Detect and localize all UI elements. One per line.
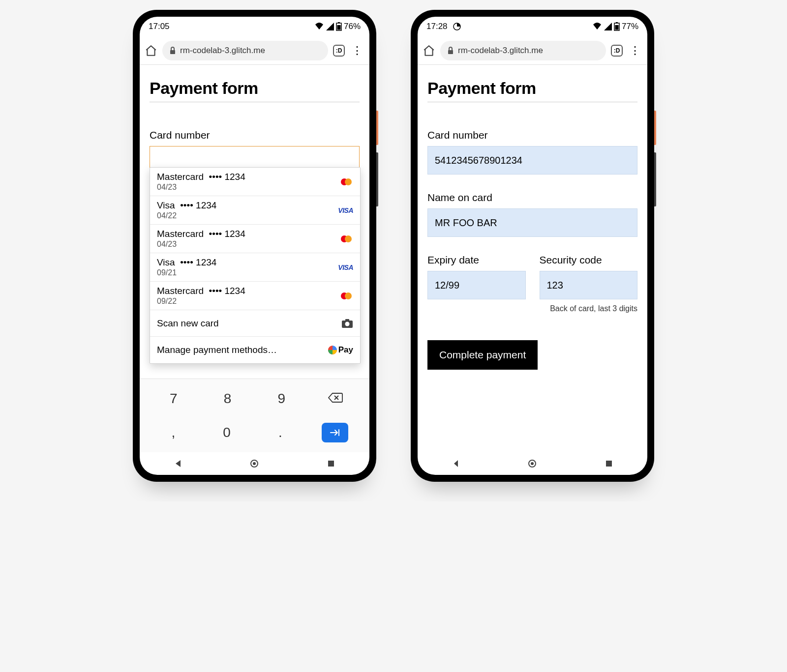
android-navbar bbox=[418, 452, 647, 475]
android-navbar bbox=[140, 452, 369, 475]
svg-point-5 bbox=[345, 178, 352, 185]
svg-point-9 bbox=[345, 292, 352, 299]
status-time: 17:05 bbox=[149, 22, 170, 31]
mastercard-logo-icon bbox=[339, 177, 353, 186]
nav-back-icon[interactable] bbox=[452, 459, 460, 468]
card-masked: •••• 1234 bbox=[209, 172, 245, 182]
home-icon[interactable] bbox=[423, 44, 435, 57]
camera-icon bbox=[341, 319, 353, 328]
mastercard-logo-icon bbox=[339, 292, 353, 300]
key-0[interactable]: 0 bbox=[214, 425, 239, 440]
card-masked: •••• 1234 bbox=[180, 257, 216, 267]
signal-icon bbox=[604, 23, 612, 30]
omnibox[interactable]: rm-codelab-3.glitch.me bbox=[162, 41, 328, 60]
battery-icon bbox=[336, 22, 342, 31]
card-brand: Mastercard bbox=[157, 172, 204, 182]
name-on-card-input[interactable]: MR FOO BAR bbox=[427, 208, 637, 237]
autofill-card-item[interactable]: Visa •••• 1234 04/22 VISA bbox=[150, 196, 360, 225]
nav-back-icon[interactable] bbox=[174, 459, 182, 468]
omnibox-url: rm-codelab-3.glitch.me bbox=[180, 46, 265, 56]
lock-icon bbox=[169, 47, 176, 55]
security-code-input[interactable]: 123 bbox=[540, 271, 638, 299]
autofill-card-item[interactable]: Visa •••• 1234 09/21 VISA bbox=[150, 253, 360, 282]
card-brand: Visa bbox=[157, 200, 175, 210]
svg-rect-11 bbox=[345, 319, 349, 321]
svg-rect-1 bbox=[338, 22, 340, 23]
tab-switcher-icon[interactable]: :D bbox=[333, 45, 345, 57]
svg-point-7 bbox=[345, 235, 352, 242]
card-expiry: 09/22 bbox=[157, 297, 339, 306]
svg-rect-23 bbox=[606, 461, 612, 467]
omnibox[interactable]: rm-codelab-3.glitch.me bbox=[440, 41, 606, 60]
key-9[interactable]: 9 bbox=[269, 391, 294, 407]
status-bar: 17:05 76% bbox=[140, 17, 369, 36]
omnibox-url: rm-codelab-3.glitch.me bbox=[458, 46, 543, 56]
label-name-on-card: Name on card bbox=[427, 192, 637, 204]
lock-icon bbox=[447, 47, 454, 55]
card-expiry: 04/23 bbox=[157, 240, 339, 249]
key-period[interactable]: . bbox=[268, 425, 293, 440]
complete-payment-button[interactable]: Complete payment bbox=[427, 340, 538, 370]
status-battery: 76% bbox=[344, 22, 361, 31]
card-brand: Visa bbox=[157, 257, 175, 267]
nav-home-icon[interactable] bbox=[528, 459, 537, 468]
autofill-dropdown: Mastercard •••• 1234 04/23 Visa •••• 123… bbox=[150, 167, 361, 364]
svg-rect-20 bbox=[448, 50, 453, 54]
svg-rect-15 bbox=[328, 461, 334, 467]
card-expiry: 04/22 bbox=[157, 211, 338, 220]
autofill-card-item[interactable]: Mastercard •••• 1234 09/22 bbox=[150, 282, 360, 310]
card-masked: •••• 1234 bbox=[209, 229, 245, 239]
key-comma[interactable]: , bbox=[161, 425, 185, 440]
home-icon[interactable] bbox=[145, 44, 157, 57]
autofill-card-item[interactable]: Mastercard •••• 1234 04/23 bbox=[150, 225, 360, 253]
key-next[interactable] bbox=[322, 423, 348, 442]
autofill-card-item[interactable]: Mastercard •••• 1234 04/23 bbox=[150, 168, 360, 196]
nav-recent-icon[interactable] bbox=[327, 459, 335, 468]
wifi-icon bbox=[314, 23, 324, 30]
browser-toolbar: rm-codelab-3.glitch.me :D ⋮ bbox=[418, 36, 647, 65]
browser-toolbar: rm-codelab-3.glitch.me :D ⋮ bbox=[140, 36, 369, 65]
svg-point-22 bbox=[531, 462, 534, 465]
key-8[interactable]: 8 bbox=[215, 391, 240, 407]
svg-rect-18 bbox=[616, 22, 618, 23]
card-number-input[interactable]: 5412345678901234 bbox=[427, 146, 637, 175]
svg-rect-19 bbox=[615, 25, 618, 30]
status-bar: 17:28 77% bbox=[418, 17, 647, 36]
label-card-number: Card number bbox=[150, 129, 360, 141]
menu-icon[interactable]: ⋮ bbox=[350, 44, 364, 57]
page-title: Payment form bbox=[427, 79, 637, 98]
label-expiry: Expiry date bbox=[427, 254, 526, 266]
label-card-number: Card number bbox=[427, 129, 637, 141]
visa-logo-icon: VISA bbox=[338, 263, 353, 271]
status-time: 17:28 bbox=[426, 22, 448, 31]
svg-rect-2 bbox=[337, 25, 340, 30]
svg-point-12 bbox=[345, 321, 350, 326]
status-battery: 77% bbox=[622, 22, 638, 31]
label-security-code: Security code bbox=[540, 254, 638, 266]
expiry-input[interactable]: 12/99 bbox=[427, 271, 526, 299]
gpay-icon: Pay bbox=[328, 345, 353, 355]
wifi-icon bbox=[592, 23, 602, 30]
signal-icon bbox=[326, 23, 334, 30]
card-masked: •••• 1234 bbox=[209, 286, 245, 296]
card-expiry: 09/21 bbox=[157, 268, 338, 277]
phone-right: 17:28 77% rm-codelab-3.glitch.me :D ⋮ Pa… bbox=[411, 10, 654, 482]
nav-recent-icon[interactable] bbox=[605, 459, 613, 468]
phone-left: 17:05 76% rm-codelab-3.glitch.me :D ⋮ Pa… bbox=[133, 10, 376, 482]
manage-payment-methods-item[interactable]: Manage payment methods… Pay bbox=[150, 337, 360, 363]
nav-home-icon[interactable] bbox=[250, 459, 259, 468]
svg-rect-3 bbox=[170, 50, 175, 54]
page-title: Payment form bbox=[150, 79, 360, 98]
battery-icon bbox=[614, 22, 620, 31]
data-saver-icon bbox=[453, 22, 461, 31]
key-backspace[interactable] bbox=[323, 392, 348, 405]
mastercard-logo-icon bbox=[339, 234, 353, 243]
card-brand: Mastercard bbox=[157, 286, 204, 296]
key-7[interactable]: 7 bbox=[161, 391, 186, 407]
tab-switcher-icon[interactable]: :D bbox=[611, 45, 623, 57]
menu-icon[interactable]: ⋮ bbox=[628, 44, 642, 57]
scan-new-card-item[interactable]: Scan new card bbox=[150, 310, 360, 337]
card-masked: •••• 1234 bbox=[180, 200, 216, 210]
card-brand: Mastercard bbox=[157, 229, 204, 239]
security-code-hint: Back of card, last 3 digits bbox=[540, 304, 638, 313]
